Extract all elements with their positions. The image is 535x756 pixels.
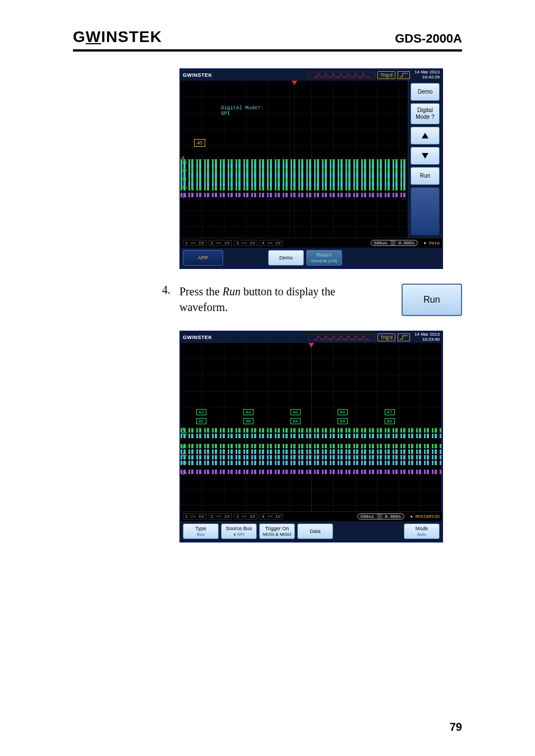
osc1-datetime: 14 Mar 2013 10:42:29 <box>414 70 440 80</box>
osc1-mode-overlay: Digital Mode?: SPI <box>221 105 264 117</box>
osc2-preview-bar <box>308 334 375 341</box>
osc1-time: 10:42:29 <box>414 75 440 80</box>
trigger-marker-icon <box>308 343 314 347</box>
osc2-type-label: Type <box>195 526 206 532</box>
osc2-mode-label: Mode <box>416 526 428 532</box>
osc2-trg-value: MOSI & MISO <box>263 532 292 537</box>
osc2-tag-a7: A7 <box>385 409 395 415</box>
osc2-logo: GWINSTEK <box>183 335 213 340</box>
osc2-src-value: ● SPI <box>233 532 245 537</box>
osc1-btn-demo[interactable]: Demo <box>411 83 440 101</box>
osc2-topbar: GWINSTEK Trig'd 14 Mar 2013 10:23:40 <box>181 332 442 343</box>
zigzag-icon <box>308 335 375 340</box>
osc1-ext-label: Data <box>429 240 440 245</box>
osc1-mode-label2: SPI <box>221 111 264 117</box>
osc1-btn-digital-l2: Mode ? <box>416 114 434 120</box>
osc1-marker-40: 40 <box>194 139 205 147</box>
page-content: GWINSTEK Trig'd 14 Mar 2013 10:42:29 <box>73 68 462 542</box>
osc1-btn-digital-l1: Digital <box>417 107 433 114</box>
brand-logo: GWINSTEK <box>73 28 162 46</box>
page-header: GWINSTEK GDS-2000A <box>73 28 462 52</box>
osc1-preview-bar <box>308 72 375 78</box>
osc2-trigd-chip: Trig'd <box>377 333 395 341</box>
osc2-status-bar: 1 == 1V 2 == 1V 3 == 1V 4 == 1V 500us ⬛ … <box>181 511 442 521</box>
osc2-tag-a4: A4 <box>243 409 253 415</box>
page-number: 79 <box>450 721 462 734</box>
osc1-status-bar: 1 == 1V 2 == 1V 3 == 1V 4 == 1V 500us ⬛ … <box>181 238 442 248</box>
osc2-waveform-grid: A3 A4 A5 A6 A7 BC BB BA B9 B8 0 B3 B2 B1… <box>181 343 442 511</box>
step-text: Press the Run button to display the wave… <box>179 284 386 315</box>
osc1-trigd-chip: Trig'd <box>377 71 395 79</box>
osc2-ext-label: MOSI&MISO <box>416 514 440 519</box>
osc1-trigger-edge-icon <box>398 71 410 79</box>
arrow-up-icon <box>422 133 428 138</box>
osc2-datetime: 14 Mar 2013 10:23:40 <box>414 332 440 342</box>
trigger-marker-icon <box>292 81 297 85</box>
instruction-step-4: 4. Press the Run button to display the w… <box>157 284 462 316</box>
osc2-mode-value: Auto <box>417 532 426 537</box>
osc2-tag-a5: A5 <box>290 409 301 415</box>
osc1-btn-blank <box>411 187 440 235</box>
osc1-btn-up[interactable] <box>411 127 440 145</box>
zigzag-icon <box>308 72 375 78</box>
osc2-tag-bc: BC <box>196 418 206 424</box>
step-text-prefix: Press the <box>179 285 223 298</box>
osc1-bottom-menu: APP Demo Return General (1/8) <box>181 248 442 268</box>
osc2-trg-label: Trigger On <box>265 526 289 532</box>
osc1-btn-return[interactable]: Return General (1/8) <box>306 250 342 266</box>
model-label: GDS-2000A <box>395 31 462 46</box>
osc1-timebase: 500us ⬛ 0.000s <box>371 240 418 246</box>
osc1-btn-down[interactable] <box>411 147 440 165</box>
oscilloscope-screenshot-2: GWINSTEK Trig'd 14 Mar 2013 10:23:40 <box>179 331 443 542</box>
osc1-btn-demo-bottom[interactable]: Demo <box>268 250 304 266</box>
osc2-btn-data[interactable]: Data <box>297 523 333 539</box>
osc2-btn-mode[interactable]: Mode Auto <box>404 523 440 539</box>
arrow-down-icon <box>422 153 428 159</box>
osc1-mode-label1: Digital Mode?: <box>221 105 264 111</box>
osc2-timebase: 500us ⬛ 0.000s <box>357 513 404 520</box>
osc2-tag-bb: BB <box>243 418 253 424</box>
osc1-btn-app[interactable]: APP <box>183 250 223 266</box>
osc1-waveform-grid: Digital Mode?: SPI 40 0 B3 B2 B1 B0 Q1 <box>181 81 408 238</box>
osc2-tag-a3: A3 <box>196 409 206 415</box>
osc2-tag-ba: BA <box>290 418 301 424</box>
osc2-bottom-menu: Type Bus Source Bus ● SPI Trigger On MOS… <box>181 521 442 541</box>
osc2-type-value: Bus <box>197 532 205 537</box>
osc1-side-menu: Demo Digital Mode ? Run <box>408 81 442 238</box>
osc1-logo: GWINSTEK <box>183 72 213 78</box>
osc2-tag-b8: B8 <box>385 418 395 424</box>
osc1-return-sub: General (1/8) <box>311 258 337 264</box>
step-number: 4. <box>157 284 170 296</box>
osc2-btn-type[interactable]: Type Bus <box>183 523 219 539</box>
osc2-tag-b9: B9 <box>338 418 348 424</box>
osc2-tag-a6: A6 <box>338 409 348 415</box>
step-text-em: Run <box>223 285 241 298</box>
osc1-topbar: GWINSTEK Trig'd 14 Mar 2013 10:42:29 <box>181 69 442 81</box>
osc2-trigger-edge-icon <box>398 333 410 341</box>
osc2-src-label: Source Bus <box>226 526 252 532</box>
osc1-btn-digital-mode[interactable]: Digital Mode ? <box>411 103 440 124</box>
osc2-btn-trigger-on[interactable]: Trigger On MOSI & MISO <box>259 523 295 539</box>
osc1-return-label: Return <box>316 252 331 258</box>
osc1-btn-run[interactable]: Run <box>411 167 440 185</box>
oscilloscope-screenshot-1: GWINSTEK Trig'd 14 Mar 2013 10:42:29 <box>179 68 443 269</box>
osc2-time: 10:23:40 <box>414 337 440 342</box>
osc2-btn-source-bus[interactable]: Source Bus ● SPI <box>221 523 257 539</box>
run-button-illustration: Run <box>402 284 462 316</box>
